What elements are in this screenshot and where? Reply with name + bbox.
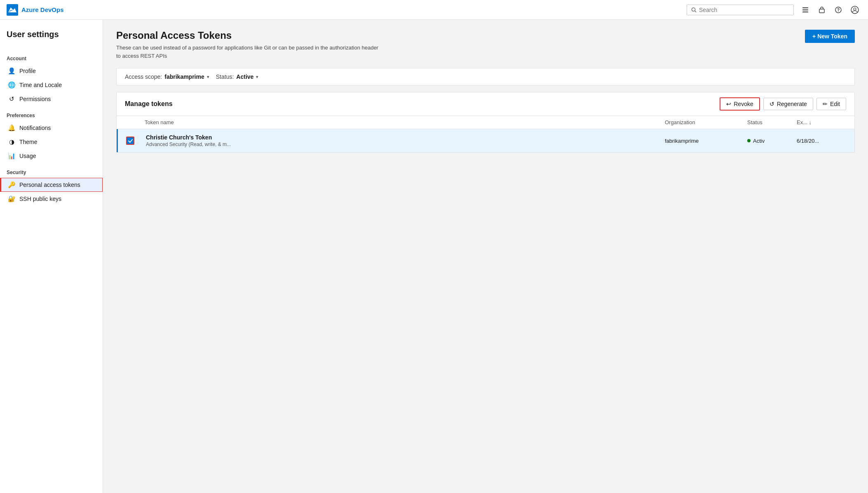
chevron-down-icon: ▾ xyxy=(207,74,209,80)
access-scope-value: fabrikamprime xyxy=(164,73,204,80)
status-filter[interactable]: Status: Active ▾ xyxy=(216,73,259,80)
sidebar-item-label: Theme xyxy=(19,139,38,145)
sidebar-item-label: SSH public keys xyxy=(19,196,61,202)
sidebar-item-label: Profile xyxy=(19,68,36,74)
user-avatar[interactable] xyxy=(848,3,861,17)
status-active-dot xyxy=(747,139,751,142)
svg-text:?: ? xyxy=(837,8,840,12)
main-content: Personal Access Tokens These can be used… xyxy=(103,20,868,493)
sidebar-item-label: Personal access tokens xyxy=(19,182,80,188)
app-name: Azure DevOps xyxy=(21,6,64,13)
row-checkbox[interactable] xyxy=(126,137,134,145)
regenerate-icon: ↺ xyxy=(769,101,774,107)
table-header: Token name Organization Status Ex... ↓ xyxy=(117,116,854,129)
page-header-text: Personal Access Tokens These can be used… xyxy=(116,30,384,60)
search-input[interactable] xyxy=(699,7,789,13)
usage-icon: 📊 xyxy=(8,152,15,160)
page-subtitle: These can be used instead of a password … xyxy=(116,44,384,60)
svg-rect-7 xyxy=(819,9,824,13)
chevron-down-status-icon: ▾ xyxy=(256,74,258,80)
sidebar-title: User settings xyxy=(0,30,103,49)
ssh-icon: 🔐 xyxy=(8,195,15,203)
sidebar-item-label: Usage xyxy=(19,153,36,159)
token-organization: fabrikamprime xyxy=(665,138,747,144)
profile-icon: 👤 xyxy=(8,67,15,75)
svg-point-1 xyxy=(692,7,695,11)
token-status: Activ xyxy=(753,138,765,144)
sidebar-item-label: Notifications xyxy=(19,125,51,131)
token-panel: Manage tokens ↩ Revoke ↺ Regenerate ✏ Ed… xyxy=(116,92,855,153)
globe-icon: 🌐 xyxy=(8,81,15,89)
svg-line-2 xyxy=(695,11,696,12)
svg-point-10 xyxy=(851,6,859,14)
topnav-icons: ? xyxy=(799,3,861,17)
header-expiry: Ex... ↓ xyxy=(797,119,846,125)
theme-icon: ◑ xyxy=(8,138,15,146)
revoke-label: Revoke xyxy=(734,101,753,107)
manage-tokens-title: Manage tokens xyxy=(125,100,173,108)
row-checkbox-cell[interactable] xyxy=(126,137,146,145)
edit-icon: ✏ xyxy=(823,101,828,107)
sidebar-item-profile[interactable]: 👤 Profile xyxy=(0,64,103,78)
token-name: Christie Church's Token xyxy=(146,134,665,141)
search-box[interactable] xyxy=(687,5,794,15)
revoke-icon: ↩ xyxy=(726,101,731,107)
topnav: Azure DevOps ? xyxy=(0,0,868,20)
badge-icon[interactable] xyxy=(815,3,828,17)
svg-rect-4 xyxy=(802,9,808,10)
regenerate-button[interactable]: ↺ Regenerate xyxy=(763,98,813,110)
sidebar-item-personal-access-tokens[interactable]: 🔑 Personal access tokens xyxy=(0,178,103,192)
token-icon: 🔑 xyxy=(8,181,15,189)
filter-bar: Access scope: fabrikamprime ▾ Status: Ac… xyxy=(116,68,855,85)
list-icon[interactable] xyxy=(799,3,812,17)
access-scope-label: Access scope: xyxy=(125,73,162,80)
svg-point-11 xyxy=(854,8,856,10)
svg-rect-3 xyxy=(802,7,808,8)
token-expiry: 6/18/20... xyxy=(797,138,846,144)
status-label: Status: xyxy=(216,73,234,80)
page-title: Personal Access Tokens xyxy=(116,30,384,41)
sidebar-item-ssh-keys[interactable]: 🔐 SSH public keys xyxy=(0,192,103,206)
edit-button[interactable]: ✏ Edit xyxy=(816,98,846,110)
token-description: Advanced Security (Read, write, & m... xyxy=(146,142,665,147)
sidebar-section-preferences: Preferences xyxy=(0,106,103,121)
status-value: Active xyxy=(236,73,253,80)
app-logo[interactable]: Azure DevOps xyxy=(7,4,64,16)
header-check xyxy=(125,119,145,125)
sidebar-item-label: Time and Locale xyxy=(19,82,62,88)
edit-label: Edit xyxy=(830,101,840,107)
regenerate-label: Regenerate xyxy=(777,101,807,107)
sidebar-item-permissions[interactable]: ↺ Permissions xyxy=(0,92,103,106)
token-info-cell: Christie Church's Token Advanced Securit… xyxy=(146,134,665,147)
sidebar-item-theme[interactable]: ◑ Theme xyxy=(0,135,103,149)
revoke-button[interactable]: ↩ Revoke xyxy=(720,97,760,111)
access-scope-filter[interactable]: Access scope: fabrikamprime ▾ xyxy=(125,73,209,80)
sidebar-item-usage[interactable]: 📊 Usage xyxy=(0,149,103,163)
new-token-button[interactable]: + New Token xyxy=(805,30,855,43)
sidebar: User settings Account 👤 Profile 🌐 Time a… xyxy=(0,20,103,493)
sidebar-item-time-locale[interactable]: 🌐 Time and Locale xyxy=(0,78,103,92)
token-toolbar: Manage tokens ↩ Revoke ↺ Regenerate ✏ Ed… xyxy=(117,92,854,116)
sidebar-section-account: Account xyxy=(0,49,103,64)
sidebar-item-notifications[interactable]: 🔔 Notifications xyxy=(0,121,103,135)
header-token-name: Token name xyxy=(145,119,665,125)
permissions-icon: ↺ xyxy=(8,95,15,103)
header-organization: Organization xyxy=(665,119,747,125)
header-status: Status xyxy=(747,119,797,125)
help-icon[interactable]: ? xyxy=(832,3,845,17)
table-row[interactable]: Christie Church's Token Advanced Securit… xyxy=(117,129,854,152)
token-status-cell: Activ xyxy=(747,138,797,144)
app-layout: User settings Account 👤 Profile 🌐 Time a… xyxy=(0,20,868,493)
svg-rect-5 xyxy=(802,12,808,12)
page-header: Personal Access Tokens These can be used… xyxy=(116,30,855,60)
search-icon xyxy=(691,7,697,13)
sidebar-section-security: Security xyxy=(0,163,103,178)
notifications-icon: 🔔 xyxy=(8,124,15,132)
checkmark-icon xyxy=(128,138,133,144)
sidebar-item-label: Permissions xyxy=(19,96,51,102)
